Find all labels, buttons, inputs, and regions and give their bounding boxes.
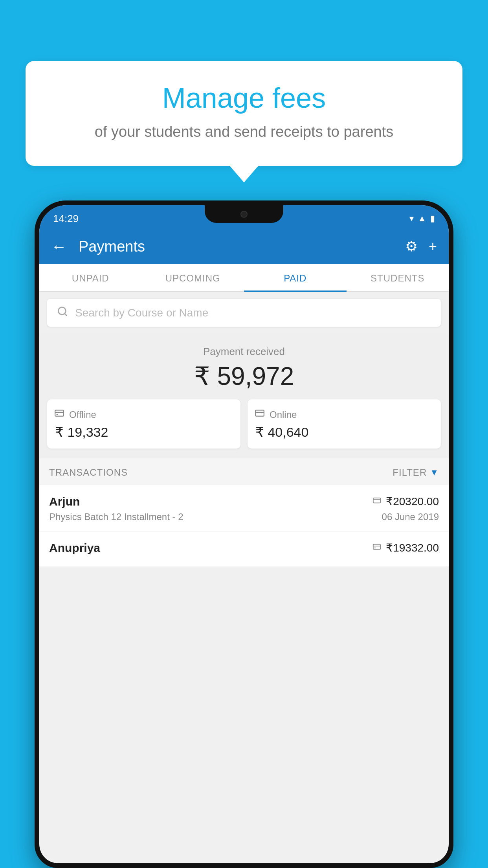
filter-label: FILTER: [393, 467, 427, 478]
phone-notch: [205, 205, 283, 223]
online-amount: ₹ 40,640: [255, 424, 434, 440]
bubble-subtitle: of your students and send receipts to pa…: [49, 121, 439, 142]
transaction-amount-wrap: ₹19332.00: [372, 541, 439, 554]
search-placeholder: Search by Course or Name: [75, 307, 208, 319]
payment-summary: Payment received ₹ 59,972 Offline ₹: [39, 334, 449, 458]
payment-amount: ₹ 59,972: [47, 362, 441, 391]
transactions-header: TRANSACTIONS FILTER ▼: [39, 458, 449, 485]
transaction-date: 06 June 2019: [382, 511, 439, 522]
search-bar[interactable]: Search by Course or Name: [47, 299, 441, 327]
svg-line-1: [64, 313, 66, 315]
transaction-top: Arjun ₹20320.00: [49, 495, 439, 508]
svg-rect-2: [55, 410, 64, 416]
power-button-bottom: [450, 319, 453, 359]
svg-rect-9: [373, 544, 380, 549]
volume-button: [35, 303, 38, 335]
phone-frame: 14:29 ▾ ▲ ▮ ← Payments ⚙ + UNPAID UPCOMI…: [35, 200, 453, 868]
tab-unpaid[interactable]: UNPAID: [39, 264, 142, 291]
back-button[interactable]: ←: [51, 238, 67, 256]
transaction-amount: ₹20320.00: [386, 495, 439, 508]
online-label: Online: [270, 409, 297, 420]
offline-icon: [54, 408, 64, 421]
transaction-row[interactable]: Arjun ₹20320.00 Physics Batch 12 Install…: [39, 485, 449, 531]
tabs-bar: UNPAID UPCOMING PAID STUDENTS: [39, 264, 449, 292]
phone-screen: 14:29 ▾ ▲ ▮ ← Payments ⚙ + UNPAID UPCOMI…: [39, 205, 449, 863]
card-symbol: [372, 496, 381, 507]
speech-bubble: Manage fees of your students and send re…: [26, 61, 462, 166]
battery-icon: ▮: [430, 213, 435, 224]
transaction-bottom: Physics Batch 12 Installment - 2 06 June…: [49, 511, 439, 522]
tab-upcoming[interactable]: UPCOMING: [142, 264, 244, 291]
offline-card: Offline ₹ 19,332: [47, 399, 240, 449]
transaction-course: Physics Batch 12 Installment - 2: [49, 511, 183, 522]
filter-icon: ▼: [430, 467, 439, 478]
offline-amount: ₹ 19,332: [55, 424, 233, 440]
transaction-top: Anupriya ₹19332.00: [49, 541, 439, 555]
offline-card-header: Offline: [54, 408, 233, 421]
power-button-top: [450, 284, 453, 307]
transaction-name: Arjun: [49, 495, 80, 508]
transaction-row[interactable]: Anupriya ₹19332.00: [39, 531, 449, 567]
filter-button[interactable]: FILTER ▼: [393, 467, 439, 478]
svg-rect-7: [373, 498, 380, 503]
online-icon: [255, 408, 265, 421]
app-header: ← Payments ⚙ +: [39, 229, 449, 264]
wifi-icon: ▾: [409, 213, 414, 224]
cash-symbol: [372, 542, 381, 554]
status-time: 14:29: [53, 213, 79, 225]
header-title: Payments: [79, 238, 397, 255]
payment-cards: Offline ₹ 19,332 Online ₹ 40,640: [47, 399, 441, 449]
bubble-title: Manage fees: [49, 83, 439, 114]
tab-students[interactable]: STUDENTS: [347, 264, 449, 291]
search-icon: [57, 306, 68, 320]
speech-bubble-container: Manage fees of your students and send re…: [26, 61, 462, 166]
offline-label: Offline: [69, 409, 96, 420]
signal-icon: ▲: [418, 213, 426, 224]
status-icons: ▾ ▲ ▮: [409, 213, 435, 224]
add-icon[interactable]: +: [429, 238, 437, 255]
transaction-amount: ₹19332.00: [386, 541, 439, 554]
header-icons: ⚙ +: [405, 238, 437, 255]
svg-rect-5: [255, 410, 264, 416]
online-card: Online ₹ 40,640: [248, 399, 441, 449]
tab-paid[interactable]: PAID: [244, 264, 347, 291]
transaction-name: Anupriya: [49, 541, 100, 555]
camera: [240, 211, 248, 218]
online-card-header: Online: [255, 408, 434, 421]
transactions-label: TRANSACTIONS: [49, 467, 128, 478]
transaction-amount-wrap: ₹20320.00: [372, 495, 439, 508]
settings-icon[interactable]: ⚙: [405, 238, 418, 255]
payment-label: Payment received: [47, 346, 441, 358]
